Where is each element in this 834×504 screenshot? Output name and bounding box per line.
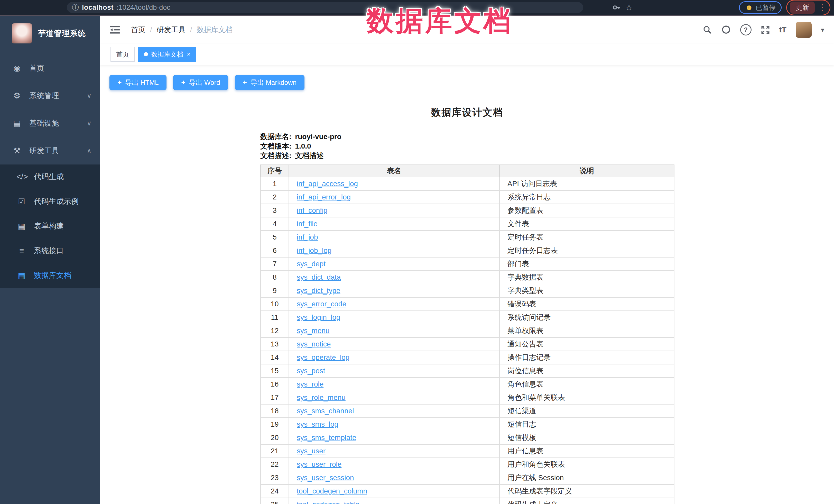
sidebar-item-codegen[interactable]: </> 代码生成 [0,165,100,189]
url-path: :1024/tool/db-doc [117,4,170,12]
user-avatar[interactable] [796,22,812,38]
user-menu-caret-icon[interactable]: ▾ [821,26,824,34]
table-name-link[interactable]: inf_job [297,233,318,241]
font-size-icon[interactable]: tT [779,25,787,34]
ext-grid-icon[interactable] [680,2,691,13]
table-row: 9 sys_dict_type 字典类型表 [261,284,674,298]
table-row: 14 sys_operate_log 操作日志记录 [261,351,674,364]
ext-funnel-icon[interactable] [652,2,662,13]
sidebar-item-label: 代码生成示例 [34,196,79,206]
table-name-link[interactable]: sys_dict_type [297,287,341,294]
row-number: 20 [261,431,289,444]
dashboard-icon: ◉ [12,64,22,73]
tab-db-doc[interactable]: 数据库文档 × [138,47,196,62]
ext-on-icon[interactable] [695,2,705,13]
export-word-button[interactable]: + 导出 Word [173,75,228,90]
sidebar-item-home[interactable]: ◉ 首页 [0,54,100,82]
table-name-link[interactable]: inf_api_error_log [297,193,351,201]
window-divider [0,15,834,16]
table-row: 4 inf_file 文件表 [261,217,674,231]
table-name-link[interactable]: sys_dept [297,260,326,268]
ext-leaf-icon[interactable] [709,2,720,13]
help-icon[interactable]: ? [740,24,751,36]
table-name-link[interactable]: sys_role [297,380,324,388]
table-name-link[interactable]: sys_user [297,447,326,455]
paused-badge[interactable]: ☻ 已暂停 [739,1,782,14]
sidebar-item-devtools[interactable]: ⚒ 研发工具 ∧ [0,137,100,165]
table-description: 文件表 [500,217,674,231]
table-description: 错误码表 [500,298,674,311]
table-description: 菜单权限表 [500,324,674,337]
table-name-link[interactable]: sys_operate_log [297,353,349,361]
chrome-menu-icon[interactable]: ⋮ [818,3,827,12]
table-name-link[interactable]: inf_job_log [297,246,331,255]
table-name-link[interactable]: tool_codegen_table [297,500,359,504]
table-name-link[interactable]: sys_login_log [297,313,341,321]
table-name-link[interactable]: sys_error_code [297,300,346,308]
breadcrumb-home[interactable]: 首页 / [131,25,152,35]
table-name-link[interactable]: sys_sms_channel [297,407,354,415]
table-name-link[interactable]: tool_codegen_column [297,487,367,495]
github-icon[interactable] [721,25,731,35]
table-row: 13 sys_notice 通知公告表 [261,337,674,351]
table-name-link[interactable]: sys_user_role [297,460,342,468]
chevron-icon: ∧ [87,147,91,154]
table-name-link[interactable]: sys_user_session [297,474,354,482]
address-bar[interactable]: ⓘ localhost:1024/tool/db-doc [67,2,583,13]
meta-db-name: 数据库名: ruoyi-vue-pro [260,132,674,141]
db-doc-document: 数据库设计文档 数据库名: ruoyi-vue-pro 文档版本: 1.0.0 … [260,106,674,504]
sidebar-item-system-api[interactable]: ≡ 系统接口 [0,239,100,263]
row-number: 19 [261,418,289,431]
table-description: 字典类型表 [500,284,674,298]
browser-toolbar: ⓘ localhost:1024/tool/db-doc ☆ ☻ 已暂停 更新 … [0,0,834,15]
sidebar-item-label: 首页 [29,63,44,73]
table-description: 通知公告表 [500,337,674,351]
key-icon[interactable] [612,3,621,12]
table-row: 15 sys_post 岗位信息表 [261,364,674,377]
ext-target-icon[interactable] [637,2,648,13]
table-description: 短信渠道 [500,404,674,418]
fullscreen-icon[interactable] [761,25,770,35]
toolbox-icon: ⚒ [12,146,22,155]
table-row: 21 sys_user 用户信息表 [261,444,674,458]
app-logo [12,23,32,43]
table-name-link[interactable]: sys_sms_log [297,420,338,428]
tab-close-icon[interactable]: × [187,51,190,57]
table-name-link[interactable]: sys_role_menu [297,393,346,401]
sidebar-item-form-builder[interactable]: ▦ 表单构建 [0,214,100,239]
table-row: 7 sys_dept 部门表 [261,257,674,271]
table-name-link[interactable]: sys_notice [297,340,331,348]
breadcrumb-devtools[interactable]: 研发工具 / [157,25,192,35]
table-name-link[interactable]: inf_file [297,220,317,228]
row-number: 11 [261,311,289,324]
table-name-link[interactable]: sys_post [297,367,325,375]
table-description: 系统访问记录 [500,311,674,324]
sidebar-item-codegen-demo[interactable]: ☑ 代码生成示例 [0,189,100,214]
meta-doc-desc: 文档描述: 文档描述 [260,151,674,160]
sidebar-item-infrastructure[interactable]: ▤ 基础设施 ∨ [0,109,100,137]
sidebar-item-system[interactable]: ⚙ 系统管理 ∨ [0,82,100,109]
sidebar-fold-icon[interactable] [110,26,120,34]
col-header-table-name: 表名 [289,165,500,177]
search-icon[interactable] [703,25,712,35]
table-description: 系统异常日志 [500,191,674,204]
table-name-link[interactable]: inf_api_access_log [297,180,358,188]
breadcrumb-db-doc[interactable]: 数据库文档 [197,25,237,35]
ext-puzzle-icon[interactable] [724,2,734,13]
chrome-update-button[interactable]: 更新 [790,2,815,14]
export-markdown-button[interactable]: + 导出 Markdown [235,75,305,90]
export-button-label: 导出 Markdown [250,78,297,87]
export-html-button[interactable]: + 导出 HTML [109,75,167,90]
tab-home[interactable]: 首页 [110,47,135,62]
table-name-link[interactable]: sys_menu [297,327,330,335]
bookmark-star-icon[interactable]: ☆ [626,3,633,12]
table-name-link[interactable]: inf_config [297,206,328,214]
export-button-label: 导出 HTML [125,78,158,87]
table-name-link[interactable]: sys_dict_data [297,273,341,281]
sidebar-item-label: 系统接口 [34,246,64,256]
app-title: 芋道管理系统 [38,28,86,39]
ext-check-icon[interactable] [666,2,677,13]
table-name-link[interactable]: sys_sms_template [297,434,356,441]
sidebar-item-db-doc[interactable]: ▦ 数据库文档 [0,263,100,288]
site-info-icon[interactable]: ⓘ [72,3,79,12]
